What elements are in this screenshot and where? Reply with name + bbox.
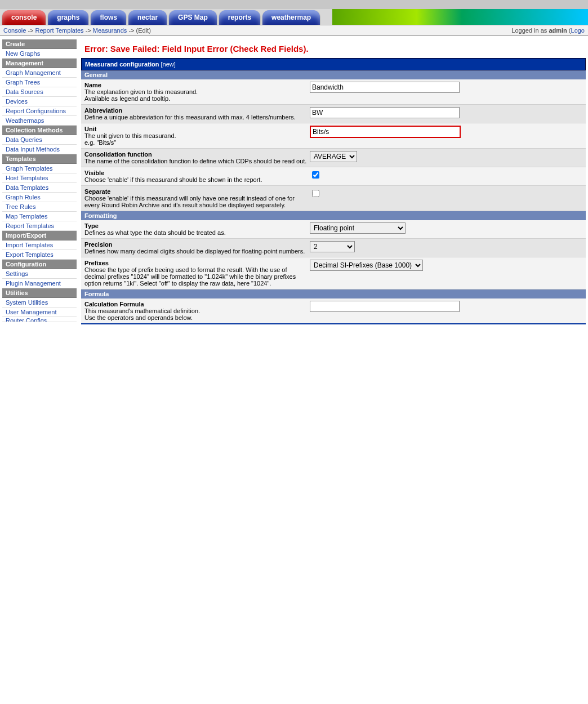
desc-name: The explanation given to this measurand.… [84,88,198,102]
breadcrumb: Console -> Report Templates -> Measurand… [3,27,151,34]
sidebar-item-import-tpl[interactable]: Import Templates [2,240,77,250]
sidebar-item-plugin-mgmt[interactable]: Plugin Management [2,279,77,288]
name-input[interactable] [310,82,460,93]
side-hd-templates: Templates [2,154,77,164]
sidebar-item-report-tpl[interactable]: Report Templates [2,221,77,231]
sidebar-item-map-tpl[interactable]: Map Templates [2,212,77,221]
side-hd-config: Configuration [2,260,77,269]
login-user: admin [549,27,567,34]
tab-weathermap[interactable]: weathermap [262,10,320,25]
desc-sep: Choose 'enable' if this measurand will o… [84,195,295,208]
sidebar-item-data-queries[interactable]: Data Queries [2,135,77,145]
side-hd-create: Create [2,39,77,49]
top-spacer [0,0,588,9]
sidebar-item-settings[interactable]: Settings [2,269,77,279]
desc-calc: This measurand's mathematical definition… [84,308,200,321]
calc-input[interactable] [310,301,460,312]
sidebar-item-export-tpl[interactable]: Export Templates [2,250,77,260]
sidebar-item-data-input[interactable]: Data Input Methods [2,145,77,154]
sidebar-item-report-cfg[interactable]: Report Configurations [2,106,77,116]
sidebar-item-router-cfg[interactable]: Router Configs [2,317,77,322]
unit-input[interactable] [310,126,461,138]
visible-checkbox[interactable] [312,171,319,179]
main-panel: Error: Save Failed: Field Input Error (C… [81,39,586,324]
sidebar-item-data-sources[interactable]: Data Sources [2,87,77,97]
crumb-report-tpl[interactable]: Report Templates [35,27,84,34]
row-abbr: AbbreviationDefine a unique abbreviation… [81,105,586,123]
crumb-measurands[interactable]: Measurands [93,27,127,34]
cf-select[interactable]: AVERAGE [310,151,357,162]
desc-prefix: Choose the type of prefix beeing used to… [84,266,296,287]
crumb-console[interactable]: Console [3,27,26,34]
tab-strip: console graphs flows nectar GPS Map repo… [0,9,588,25]
row-unit: UnitThe unit given to this measurand. e.… [81,123,586,149]
sidebar-item-user-mgmt[interactable]: User Management [2,308,77,317]
login-info: Logged in as admin (Logo [511,27,585,34]
sidebar: Create New Graphs Management Graph Manag… [2,39,77,322]
row-precision: PrecisionDefines how many decimal digits… [81,239,586,257]
section-general: General [81,70,586,79]
tab-console[interactable]: console [2,10,46,25]
sidebar-item-graph-rules[interactable]: Graph Rules [2,193,77,202]
row-type: TypeDefines as what type the data should… [81,220,586,239]
sidebar-item-data-tpl[interactable]: Data Templates [2,183,77,193]
desc-abbr: Define a unique abbreviation for this me… [84,114,296,121]
row-name: NameThe explanation given to this measur… [81,79,586,105]
section-formula: Formula [81,289,586,298]
row-separate: SeparateChoose 'enable' if this measuran… [81,186,586,211]
type-select[interactable]: Floating point [310,222,406,234]
desc-visible: Choose 'enable' if this measurand should… [84,176,262,183]
tab-nectar[interactable]: nectar [128,10,167,25]
side-hd-importexport: Import/Export [2,231,77,240]
sidebar-item-sys-util[interactable]: System Utilities [2,298,77,308]
prefixes-select[interactable]: Decimal SI-Prefixes (Base 1000) [310,260,423,271]
side-hd-management: Management [2,59,77,68]
breadcrumb-bar: Console -> Report Templates -> Measurand… [0,25,588,36]
row-visible: VisibleChoose 'enable' if this measurand… [81,167,586,186]
desc-unit: The unit given to this measurand. e.g. "… [84,132,176,146]
crumb-tail: (Edit) [136,27,151,34]
sidebar-item-devices[interactable]: Devices [2,97,77,106]
section-formatting: Formatting [81,211,586,220]
row-cf: Consolidation functionThe name of the co… [81,149,586,167]
tab-reports[interactable]: reports [219,10,260,25]
side-hd-collection: Collection Methods [2,126,77,135]
sidebar-item-graph-tpl[interactable]: Graph Templates [2,164,77,173]
sidebar-item-host-tpl[interactable]: Host Templates [2,173,77,183]
tab-flows[interactable]: flows [91,10,126,25]
tab-graphs[interactable]: graphs [48,10,88,25]
separate-checkbox[interactable] [312,190,319,197]
sidebar-item-new-graphs[interactable]: New Graphs [2,49,77,59]
sidebar-item-tree-rules[interactable]: Tree Rules [2,202,77,212]
panel-title: Measurand configuration [new] [81,58,586,70]
abbr-input[interactable] [310,107,460,118]
side-hd-utilities: Utilities [2,288,77,298]
desc-type: Defines as what type the data should be … [84,229,226,236]
sidebar-item-weathermaps[interactable]: Weathermaps [2,116,77,126]
desc-cf: The name of the consolidation function t… [84,158,306,164]
row-calc: Calculation FormulaThis measurand's math… [81,298,586,324]
error-message: Error: Save Failed: Field Input Error (C… [81,39,586,58]
desc-prec: Defines how many decimal digits should b… [84,248,305,255]
sidebar-item-graph-trees[interactable]: Graph Trees [2,78,77,87]
precision-select[interactable]: 2 [310,241,355,252]
tab-gpsmap[interactable]: GPS Map [169,10,217,25]
sidebar-item-graph-mgmt[interactable]: Graph Management [2,68,77,78]
logout-link[interactable]: Logo [571,27,585,34]
row-prefixes: PrefixesChoose the type of prefix beeing… [81,257,586,289]
